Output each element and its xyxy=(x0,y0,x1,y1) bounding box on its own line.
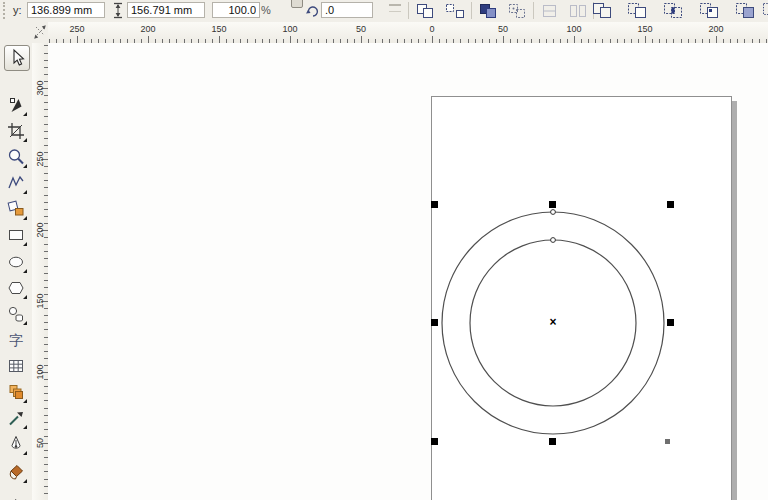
toolbar-separator xyxy=(471,2,472,19)
shape-tool[interactable] xyxy=(4,93,28,117)
rectangle-icon xyxy=(6,225,26,245)
polygon-icon xyxy=(6,278,26,298)
blend-tool[interactable] xyxy=(4,380,28,404)
ruler-label: 200 xyxy=(133,24,163,34)
ruler-label: 50 xyxy=(32,436,48,450)
polygon-tool[interactable] xyxy=(4,276,28,300)
rotation-angle-input[interactable] xyxy=(321,2,373,18)
zoom-tool[interactable] xyxy=(4,145,28,169)
fill-icon xyxy=(6,462,26,482)
svg-text:字: 字 xyxy=(9,332,23,348)
selection-handle-top-right[interactable] xyxy=(667,201,674,208)
scale-factor-input[interactable] xyxy=(212,2,260,18)
align-button[interactable] xyxy=(537,0,563,21)
shape-icon xyxy=(6,95,26,115)
toolbar-separator xyxy=(533,2,534,19)
ruler-label: 250 xyxy=(32,152,48,166)
group-icon xyxy=(415,3,435,19)
smart-fill-tool[interactable] xyxy=(4,197,28,221)
simplify-icon xyxy=(698,2,720,19)
basic-shapes-tool[interactable] xyxy=(4,302,28,326)
ruler-tick xyxy=(574,36,575,43)
ruler-origin[interactable] xyxy=(32,22,48,44)
selection-handle-middle-right[interactable] xyxy=(667,319,674,326)
ruler-tick xyxy=(716,36,717,43)
y-position-input[interactable] xyxy=(27,2,105,18)
ruler-tick xyxy=(77,36,78,43)
coreldraw-workspace: y: % xyxy=(0,0,768,500)
crop-tool[interactable] xyxy=(4,119,28,143)
vertical-ruler[interactable]: 30025020015010050 xyxy=(32,43,49,500)
front-minus-back-icon xyxy=(734,2,756,19)
drawing-canvas[interactable]: × xyxy=(48,43,768,500)
table-icon xyxy=(6,356,26,376)
selection-handle-top-left[interactable] xyxy=(431,201,438,208)
selection-handle-top-center[interactable] xyxy=(549,201,556,208)
toolbar-separator xyxy=(408,2,409,19)
combine-icon xyxy=(478,3,498,19)
selection-handle-bottom-left[interactable] xyxy=(431,438,438,445)
ruler-tick xyxy=(219,36,220,43)
trim-icon xyxy=(626,2,648,19)
back-minus-front-icon xyxy=(761,2,768,19)
interactive-fill-icon xyxy=(6,496,26,500)
pick-icon xyxy=(7,48,27,68)
toolbox: 字 xyxy=(0,22,32,500)
distribute-icon xyxy=(568,3,588,19)
ruler-tick xyxy=(361,36,362,43)
fill-tool[interactable] xyxy=(4,460,28,484)
ruler-label: 100 xyxy=(275,24,305,34)
ruler-tick xyxy=(645,36,646,43)
selected-shapes[interactable] xyxy=(48,43,768,500)
selection-handle-bottom-right[interactable] xyxy=(665,439,670,444)
ungroup-button[interactable] xyxy=(442,0,468,21)
combine-button[interactable] xyxy=(475,0,501,21)
ruler-tick xyxy=(432,36,433,43)
front-minus-back-button[interactable] xyxy=(732,0,758,21)
eyedropper-icon xyxy=(6,408,26,428)
horizontal-ruler[interactable]: 25020015010050050100150200 xyxy=(48,22,768,44)
simplify-button[interactable] xyxy=(696,0,722,21)
freehand-tool[interactable] xyxy=(4,171,28,195)
basic-shapes-icon xyxy=(6,304,26,324)
group-button[interactable] xyxy=(412,0,438,21)
back-minus-front-button[interactable] xyxy=(759,0,768,21)
freehand-icon xyxy=(6,173,26,193)
intersect-button[interactable] xyxy=(660,0,686,21)
ellipse-tool[interactable] xyxy=(4,250,28,274)
outer-circle-node[interactable] xyxy=(551,210,556,215)
lock-ratio-icon[interactable] xyxy=(291,0,303,8)
outline-pen-icon xyxy=(6,434,26,454)
inner-circle-node[interactable] xyxy=(551,238,556,243)
ruler-origin-icon xyxy=(32,22,48,42)
ruler-tick xyxy=(290,36,291,43)
toolbar-drag-grip[interactable] xyxy=(3,2,5,19)
text-icon: 字 xyxy=(6,330,26,350)
distribute-button[interactable] xyxy=(565,0,591,21)
break-apart-icon xyxy=(507,3,527,19)
mirror-buttons-icon[interactable] xyxy=(389,4,401,12)
vertical-size-icon xyxy=(112,2,124,23)
selection-center-marker[interactable]: × xyxy=(545,314,561,330)
selection-handle-middle-left[interactable] xyxy=(431,319,438,326)
object-height-input[interactable] xyxy=(127,2,205,18)
weld-button[interactable] xyxy=(589,0,615,21)
ruler-label: 200 xyxy=(701,24,731,34)
eyedropper-tool[interactable] xyxy=(4,406,28,430)
intersect-icon xyxy=(662,2,684,19)
interactive-fill-tool[interactable] xyxy=(4,494,28,500)
smart-fill-icon xyxy=(6,199,26,219)
pick-tool[interactable] xyxy=(4,45,30,71)
ruler-label: 0 xyxy=(417,24,447,34)
break-apart-button[interactable] xyxy=(504,0,530,21)
text-tool[interactable]: 字 xyxy=(4,328,28,352)
zoom-icon xyxy=(6,147,26,167)
trim-button[interactable] xyxy=(624,0,650,21)
crop-icon xyxy=(6,121,26,141)
rectangle-tool[interactable] xyxy=(4,223,28,247)
selection-handle-bottom-center[interactable] xyxy=(549,438,556,445)
blend-icon xyxy=(6,382,26,402)
table-tool[interactable] xyxy=(4,354,28,378)
outline-pen-tool[interactable] xyxy=(4,432,28,456)
ruler-label: 300 xyxy=(32,81,48,95)
